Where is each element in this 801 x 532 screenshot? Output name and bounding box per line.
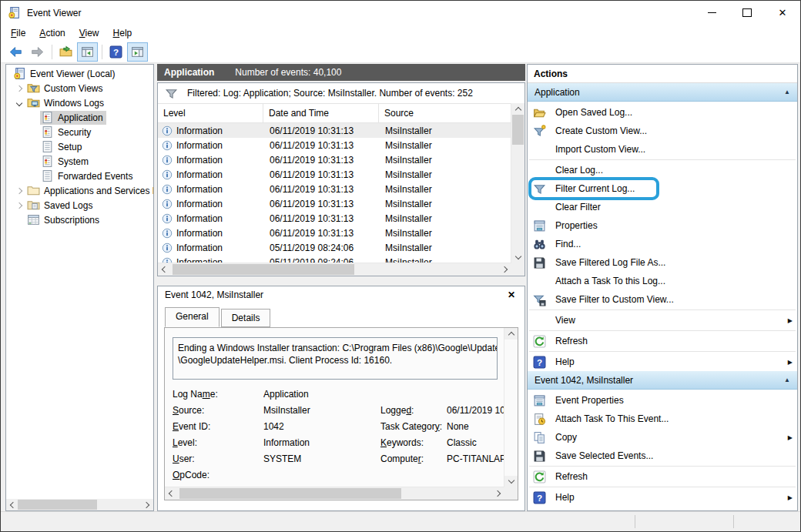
scroll-thumb[interactable] bbox=[18, 500, 97, 510]
minimize-button[interactable] bbox=[694, 1, 729, 25]
folder-computer-icon bbox=[27, 96, 40, 109]
expand-arrow-icon[interactable] bbox=[12, 189, 26, 193]
action-attach-task-to-this-event[interactable]: Attach Task To This Event... bbox=[528, 410, 797, 428]
tree-item-application[interactable]: Application bbox=[6, 110, 153, 125]
scroll-track[interactable] bbox=[176, 487, 493, 500]
tree-horizontal-scrollbar[interactable] bbox=[6, 499, 153, 510]
action-view[interactable]: View▶ bbox=[528, 311, 797, 330]
action-help[interactable]: ?Help▶ bbox=[528, 488, 797, 507]
action-clear-filter[interactable]: Clear Filter bbox=[528, 198, 797, 216]
action-help[interactable]: ?Help▶ bbox=[528, 353, 797, 371]
expand-arrow-icon[interactable] bbox=[12, 203, 26, 208]
preview-vertical-scrollbar[interactable] bbox=[504, 328, 518, 487]
action-save-filtered-log-file-as[interactable]: Save Filtered Log File As... bbox=[528, 253, 797, 272]
field-label-event-id: Event ID: bbox=[173, 421, 263, 432]
scroll-down-button[interactable] bbox=[511, 252, 525, 263]
column-header-level[interactable]: Level bbox=[158, 104, 263, 122]
event-row[interactable]: Information06/11/2019 10:31:13MsiInstall… bbox=[158, 182, 511, 196]
scroll-track[interactable] bbox=[169, 263, 500, 276]
action-save-filter-to-custom-view[interactable]: Save Filter to Custom View... bbox=[528, 290, 797, 309]
back-button[interactable] bbox=[5, 42, 26, 62]
action-label: Copy bbox=[555, 432, 788, 443]
event-row[interactable]: Information06/11/2019 10:31:13MsiInstall… bbox=[158, 211, 511, 226]
column-header-source[interactable]: Source bbox=[379, 104, 511, 122]
tab-general[interactable]: General bbox=[165, 307, 220, 327]
menu-action[interactable]: Action bbox=[32, 25, 72, 41]
scroll-track[interactable] bbox=[18, 499, 142, 510]
field-value-computer: PC-TITANLAP bbox=[447, 453, 504, 464]
action-copy[interactable]: Copy▶ bbox=[528, 428, 797, 447]
scroll-thumb[interactable] bbox=[512, 115, 524, 145]
event-row[interactable]: Information06/11/2019 10:31:13MsiInstall… bbox=[158, 226, 511, 240]
action-open-saved-log[interactable]: Open Saved Log... bbox=[528, 103, 797, 122]
event-row[interactable]: Information06/11/2019 10:31:13MsiInstall… bbox=[158, 196, 511, 211]
section-header-event-1042-msiinstaller[interactable]: Event 1042, MsiInstaller▲ bbox=[528, 371, 797, 390]
action-import-custom-view[interactable]: Import Custom View... bbox=[528, 140, 797, 159]
cell-source: MsiInstaller bbox=[379, 213, 511, 224]
show-hide-console-tree-button[interactable] bbox=[77, 42, 98, 62]
collapse-section-icon[interactable]: ▲ bbox=[784, 89, 790, 95]
action-find[interactable]: Find... bbox=[528, 235, 797, 253]
menu-file[interactable]: File bbox=[4, 25, 32, 41]
section-header-application[interactable]: Application▲ bbox=[528, 83, 797, 102]
event-row[interactable]: Information05/11/2019 08:24:06MsiInstall… bbox=[158, 240, 511, 255]
export-button[interactable] bbox=[55, 42, 76, 62]
scroll-right-button[interactable] bbox=[493, 487, 504, 500]
tab-details[interactable]: Details bbox=[221, 309, 271, 327]
show-hide-action-pane-button[interactable] bbox=[127, 42, 148, 62]
action-clear-log[interactable]: Clear Log... bbox=[528, 161, 797, 179]
tree-item-applications-and-services-lo[interactable]: Applications and Services Lo bbox=[6, 183, 153, 198]
tree-item-custom-views[interactable]: Custom Views bbox=[6, 81, 153, 95]
event-row[interactable]: Information06/11/2019 10:31:13MsiInstall… bbox=[158, 138, 511, 152]
scroll-left-button[interactable] bbox=[6, 499, 18, 510]
action-save-selected-events[interactable]: Save Selected Events... bbox=[528, 447, 797, 465]
event-row[interactable]: Information06/11/2019 10:31:13MsiInstall… bbox=[158, 167, 511, 182]
scroll-track[interactable] bbox=[511, 115, 525, 252]
scroll-up-button[interactable] bbox=[504, 328, 518, 340]
window-controls: ✕ bbox=[694, 1, 800, 25]
scroll-down-button[interactable] bbox=[504, 476, 518, 487]
scroll-left-button[interactable] bbox=[165, 487, 176, 500]
action-label: Clear Log... bbox=[555, 165, 797, 176]
action-refresh[interactable]: Refresh bbox=[528, 467, 797, 486]
action-properties[interactable]: Properties bbox=[528, 216, 797, 235]
collapse-section-icon[interactable]: ▲ bbox=[784, 376, 790, 383]
cell-date-and-time: 06/11/2019 10:31:13 bbox=[263, 169, 379, 180]
scroll-thumb[interactable] bbox=[179, 488, 401, 499]
tree-item-security[interactable]: Security bbox=[6, 125, 153, 139]
expand-arrow-icon[interactable] bbox=[12, 86, 26, 91]
action-filter-current-log[interactable]: Filter Current Log... bbox=[528, 179, 797, 198]
tree-item-event-viewer-local[interactable]: Event Viewer (Local) bbox=[6, 66, 153, 81]
tree-item-subscriptions[interactable]: Subscriptions bbox=[6, 212, 153, 227]
tree-item-windows-logs[interactable]: Windows Logs bbox=[6, 95, 153, 110]
list-vertical-scrollbar[interactable] bbox=[511, 103, 525, 263]
list-horizontal-scrollbar[interactable] bbox=[158, 263, 511, 276]
scroll-right-button[interactable] bbox=[142, 499, 153, 510]
menu-help[interactable]: Help bbox=[106, 25, 139, 41]
event-row[interactable]: Information06/11/2019 10:31:13MsiInstall… bbox=[158, 152, 511, 167]
help-icon: ? bbox=[109, 45, 122, 59]
close-button[interactable]: ✕ bbox=[765, 1, 800, 25]
action-refresh[interactable]: Refresh bbox=[528, 332, 797, 350]
menu-view[interactable]: View bbox=[72, 25, 106, 41]
maximize-button[interactable] bbox=[729, 1, 765, 25]
event-row[interactable]: Information06/11/2019 10:31:13MsiInstall… bbox=[158, 123, 511, 138]
forward-button[interactable] bbox=[27, 42, 48, 62]
action-create-custom-view[interactable]: Create Custom View... bbox=[528, 122, 797, 140]
column-header-date-and-time[interactable]: Date and Time bbox=[263, 104, 379, 122]
action-attach-a-task-to-this-log[interactable]: Attach a Task To this Log... bbox=[528, 272, 797, 290]
scroll-left-button[interactable] bbox=[158, 263, 169, 276]
help-button[interactable]: ? bbox=[106, 42, 126, 62]
preview-horizontal-scrollbar[interactable] bbox=[165, 487, 504, 500]
preview-close-icon[interactable]: ✕ bbox=[505, 289, 518, 300]
action-event-properties[interactable]: Event Properties bbox=[528, 391, 797, 410]
tree-item-system[interactable]: System bbox=[6, 154, 153, 169]
scroll-right-button[interactable] bbox=[500, 263, 511, 276]
tree-item-saved-logs[interactable]: Saved Logs bbox=[6, 198, 153, 212]
scroll-up-button[interactable] bbox=[511, 103, 525, 115]
scroll-track[interactable] bbox=[504, 340, 518, 476]
tree-item-setup[interactable]: Setup bbox=[6, 139, 153, 154]
scroll-thumb[interactable] bbox=[173, 264, 354, 275]
collapse-arrow-icon[interactable] bbox=[12, 101, 26, 105]
tree-item-forwarded-events[interactable]: Forwarded Events bbox=[6, 169, 153, 183]
